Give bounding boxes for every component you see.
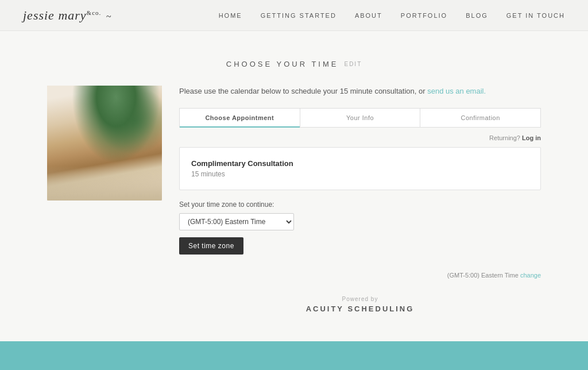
set-timezone-button[interactable]: Set time zone xyxy=(179,237,243,255)
page-title-section: CHOOSE YOUR TIME EDIT xyxy=(226,60,362,68)
step-confirmation: Confirmation xyxy=(420,109,540,127)
logo-co: &co. xyxy=(87,9,102,16)
photo-placeholder xyxy=(47,86,162,201)
intro-paragraph: Please use the calendar below to schedul… xyxy=(179,86,541,98)
appointment-title: Complimentary Consultation xyxy=(191,159,529,168)
nav-portfolio[interactable]: PORTFOLIO xyxy=(401,12,447,19)
footer-timezone: (GMT-5:00) Eastern Time change xyxy=(179,266,541,279)
email-link[interactable]: send us an email. xyxy=(427,87,486,95)
scheduling-panel: Please use the calendar below to schedul… xyxy=(179,86,541,314)
change-timezone-link[interactable]: change xyxy=(520,272,541,279)
appointment-duration: 15 minutes xyxy=(191,170,529,178)
step-choose-appointment: Choose Appointment xyxy=(180,109,300,127)
footer-bar xyxy=(0,341,588,370)
hero-image xyxy=(47,86,162,201)
site-logo: jessie mary&co. ~ xyxy=(23,8,111,23)
steps-bar: Choose Appointment Your Info Confirmatio… xyxy=(179,108,541,128)
step-your-info: Your Info xyxy=(300,109,421,127)
edit-link[interactable]: EDIT xyxy=(344,61,362,67)
page-title: CHOOSE YOUR TIME xyxy=(226,60,339,68)
timezone-label: Set your time zone to continue: xyxy=(179,201,541,209)
nav-blog[interactable]: BLOG xyxy=(466,12,488,19)
nav-about[interactable]: ABOUT xyxy=(355,12,382,19)
timezone-select[interactable]: (GMT-5:00) Eastern Time (GMT-6:00) Centr… xyxy=(179,213,294,230)
main-content: CHOOSE YOUR TIME EDIT Please use the cal… xyxy=(0,31,588,341)
logo-swash: ~ xyxy=(106,11,112,22)
nav-home[interactable]: HOME xyxy=(219,12,242,19)
nav-getting-started[interactable]: GETTING STARTED xyxy=(261,12,336,19)
powered-by: Powered by ACUITY SCHEDULING xyxy=(179,296,541,314)
main-nav: HOME GETTING STARTED ABOUT PORTFOLIO BLO… xyxy=(219,12,565,19)
nav-get-in-touch[interactable]: GET IN TOUCH xyxy=(506,12,565,19)
login-link[interactable]: Log in xyxy=(522,134,541,141)
returning-row: Returning? Log in xyxy=(179,134,541,141)
site-header: jessie mary&co. ~ HOME GETTING STARTED A… xyxy=(0,0,588,31)
content-area: Please use the calendar below to schedul… xyxy=(47,86,541,314)
appointment-card: Complimentary Consultation 15 minutes xyxy=(179,147,541,190)
